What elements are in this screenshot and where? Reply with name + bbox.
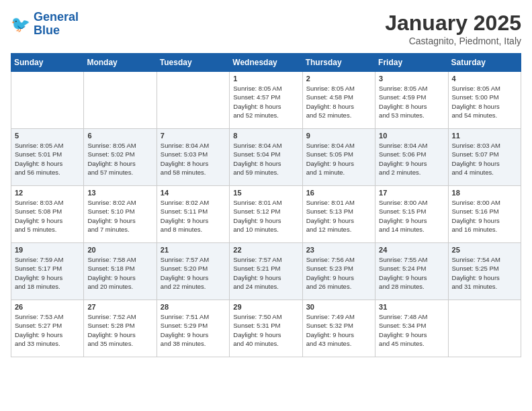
- logo-blue: Blue: [34, 24, 60, 37]
- logo-general: General: [34, 10, 79, 24]
- svg-text:🐦: 🐦: [11, 15, 31, 34]
- day-number: 29: [233, 303, 298, 311]
- day-header-friday: Friday: [375, 54, 448, 72]
- day-number: 2: [306, 75, 371, 83]
- day-header-saturday: Saturday: [448, 54, 521, 72]
- day-info: Sunrise: 8:04 AM Sunset: 5:03 PM Dayligh…: [161, 141, 226, 177]
- day-info: Sunrise: 7:54 AM Sunset: 5:25 PM Dayligh…: [452, 255, 517, 291]
- day-number: 25: [452, 246, 517, 254]
- calendar-cell: 26Sunrise: 7:53 AM Sunset: 5:27 PM Dayli…: [11, 300, 84, 357]
- calendar-cell: 17Sunrise: 8:00 AM Sunset: 5:15 PM Dayli…: [375, 186, 448, 243]
- day-info: Sunrise: 7:50 AM Sunset: 5:31 PM Dayligh…: [233, 312, 298, 348]
- day-info: Sunrise: 8:00 AM Sunset: 5:15 PM Dayligh…: [379, 198, 444, 234]
- day-info: Sunrise: 7:55 AM Sunset: 5:24 PM Dayligh…: [379, 255, 444, 291]
- day-number: 6: [87, 132, 152, 140]
- calendar-cell: 11Sunrise: 8:03 AM Sunset: 5:07 PM Dayli…: [448, 129, 521, 186]
- day-number: 3: [379, 75, 444, 83]
- day-info: Sunrise: 8:03 AM Sunset: 5:08 PM Dayligh…: [15, 198, 80, 234]
- day-number: 14: [161, 189, 226, 197]
- calendar-cell: 15Sunrise: 8:01 AM Sunset: 5:12 PM Dayli…: [230, 186, 302, 243]
- day-number: 11: [452, 132, 517, 140]
- day-info: Sunrise: 7:57 AM Sunset: 5:20 PM Dayligh…: [161, 255, 226, 291]
- calendar-cell: 9Sunrise: 8:04 AM Sunset: 5:05 PM Daylig…: [302, 129, 375, 186]
- week-row-1: 1Sunrise: 8:05 AM Sunset: 4:57 PM Daylig…: [11, 72, 521, 129]
- calendar-cell: 21Sunrise: 7:57 AM Sunset: 5:20 PM Dayli…: [157, 243, 229, 300]
- day-info: Sunrise: 8:05 AM Sunset: 5:02 PM Dayligh…: [87, 141, 152, 177]
- day-header-tuesday: Tuesday: [157, 54, 229, 72]
- day-number: 13: [87, 189, 152, 197]
- day-number: 22: [233, 246, 298, 254]
- day-number: 18: [452, 189, 517, 197]
- calendar-cell: 1Sunrise: 8:05 AM Sunset: 4:57 PM Daylig…: [230, 72, 302, 129]
- calendar-cell: 14Sunrise: 8:02 AM Sunset: 5:11 PM Dayli…: [157, 186, 229, 243]
- day-number: 30: [306, 303, 371, 311]
- day-info: Sunrise: 8:02 AM Sunset: 5:10 PM Dayligh…: [87, 198, 152, 234]
- day-info: Sunrise: 8:00 AM Sunset: 5:16 PM Dayligh…: [452, 198, 517, 234]
- day-header-monday: Monday: [84, 54, 157, 72]
- calendar-cell: [11, 72, 84, 129]
- day-number: 4: [452, 75, 517, 83]
- day-info: Sunrise: 8:05 AM Sunset: 4:57 PM Dayligh…: [233, 84, 298, 120]
- calendar-cell: [448, 300, 521, 357]
- day-number: 5: [15, 132, 80, 140]
- day-number: 1: [233, 75, 298, 83]
- calendar-cell: 6Sunrise: 8:05 AM Sunset: 5:02 PM Daylig…: [84, 129, 157, 186]
- calendar-cell: 23Sunrise: 7:56 AM Sunset: 5:23 PM Dayli…: [302, 243, 375, 300]
- day-number: 21: [161, 246, 226, 254]
- calendar-cell: 25Sunrise: 7:54 AM Sunset: 5:25 PM Dayli…: [448, 243, 521, 300]
- day-info: Sunrise: 8:05 AM Sunset: 5:01 PM Dayligh…: [15, 141, 80, 177]
- calendar-table: SundayMondayTuesdayWednesdayThursdayFrid…: [11, 53, 521, 357]
- location: Castagnito, Piedmont, Italy: [385, 36, 521, 46]
- calendar-cell: 28Sunrise: 7:51 AM Sunset: 5:29 PM Dayli…: [157, 300, 229, 357]
- calendar-cell: 19Sunrise: 7:59 AM Sunset: 5:17 PM Dayli…: [11, 243, 84, 300]
- day-number: 28: [161, 303, 226, 311]
- day-number: 20: [87, 246, 152, 254]
- calendar-cell: 20Sunrise: 7:58 AM Sunset: 5:18 PM Dayli…: [84, 243, 157, 300]
- calendar-cell: 30Sunrise: 7:49 AM Sunset: 5:32 PM Dayli…: [302, 300, 375, 357]
- day-number: 15: [233, 189, 298, 197]
- week-row-4: 19Sunrise: 7:59 AM Sunset: 5:17 PM Dayli…: [11, 243, 521, 300]
- day-info: Sunrise: 8:02 AM Sunset: 5:11 PM Dayligh…: [161, 198, 226, 234]
- week-row-3: 12Sunrise: 8:03 AM Sunset: 5:08 PM Dayli…: [11, 186, 521, 243]
- week-row-2: 5Sunrise: 8:05 AM Sunset: 5:01 PM Daylig…: [11, 129, 521, 186]
- day-info: Sunrise: 7:48 AM Sunset: 5:34 PM Dayligh…: [379, 312, 444, 348]
- day-info: Sunrise: 8:05 AM Sunset: 4:58 PM Dayligh…: [306, 84, 371, 120]
- day-number: 10: [379, 132, 444, 140]
- day-info: Sunrise: 7:56 AM Sunset: 5:23 PM Dayligh…: [306, 255, 371, 291]
- day-number: 27: [87, 303, 152, 311]
- logo: 🐦 General Blue: [11, 11, 79, 38]
- calendar-cell: 3Sunrise: 8:05 AM Sunset: 4:59 PM Daylig…: [375, 72, 448, 129]
- calendar-cell: 5Sunrise: 8:05 AM Sunset: 5:01 PM Daylig…: [11, 129, 84, 186]
- calendar-cell: 24Sunrise: 7:55 AM Sunset: 5:24 PM Dayli…: [375, 243, 448, 300]
- day-header-thursday: Thursday: [302, 54, 375, 72]
- day-info: Sunrise: 8:04 AM Sunset: 5:04 PM Dayligh…: [233, 141, 298, 177]
- day-number: 7: [161, 132, 226, 140]
- day-number: 23: [306, 246, 371, 254]
- title-block: January 2025 Castagnito, Piedmont, Italy: [385, 11, 521, 46]
- day-number: 8: [233, 132, 298, 140]
- logo-icon: 🐦: [11, 14, 31, 34]
- day-number: 24: [379, 246, 444, 254]
- calendar-cell: 8Sunrise: 8:04 AM Sunset: 5:04 PM Daylig…: [230, 129, 302, 186]
- day-number: 9: [306, 132, 371, 140]
- day-info: Sunrise: 7:53 AM Sunset: 5:27 PM Dayligh…: [15, 312, 80, 348]
- day-number: 19: [15, 246, 80, 254]
- day-info: Sunrise: 8:05 AM Sunset: 4:59 PM Dayligh…: [379, 84, 444, 120]
- day-info: Sunrise: 7:52 AM Sunset: 5:28 PM Dayligh…: [87, 312, 152, 348]
- month-title: January 2025: [385, 11, 521, 36]
- page-header: 🐦 General Blue January 2025 Castagnito, …: [11, 11, 521, 46]
- day-info: Sunrise: 7:49 AM Sunset: 5:32 PM Dayligh…: [306, 312, 371, 348]
- day-info: Sunrise: 8:04 AM Sunset: 5:05 PM Dayligh…: [306, 141, 371, 177]
- day-info: Sunrise: 8:01 AM Sunset: 5:12 PM Dayligh…: [233, 198, 298, 234]
- day-number: 16: [306, 189, 371, 197]
- day-info: Sunrise: 8:01 AM Sunset: 5:13 PM Dayligh…: [306, 198, 371, 234]
- calendar-cell: 13Sunrise: 8:02 AM Sunset: 5:10 PM Dayli…: [84, 186, 157, 243]
- day-number: 26: [15, 303, 80, 311]
- day-info: Sunrise: 7:51 AM Sunset: 5:29 PM Dayligh…: [161, 312, 226, 348]
- day-header-wednesday: Wednesday: [230, 54, 302, 72]
- day-info: Sunrise: 8:04 AM Sunset: 5:06 PM Dayligh…: [379, 141, 444, 177]
- calendar-cell: 16Sunrise: 8:01 AM Sunset: 5:13 PM Dayli…: [302, 186, 375, 243]
- day-number: 12: [15, 189, 80, 197]
- calendar-cell: 2Sunrise: 8:05 AM Sunset: 4:58 PM Daylig…: [302, 72, 375, 129]
- calendar-cell: 12Sunrise: 8:03 AM Sunset: 5:08 PM Dayli…: [11, 186, 84, 243]
